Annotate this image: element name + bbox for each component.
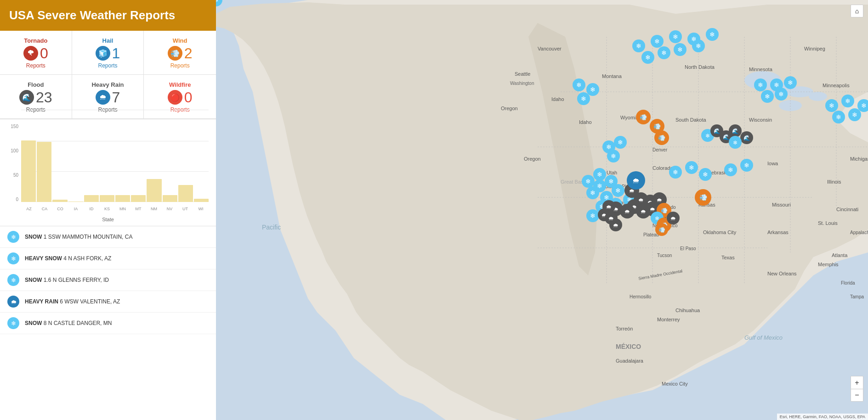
svg-text:Oklahoma City: Oklahoma City: [703, 230, 737, 235]
bar-group-MT[interactable]: [131, 124, 146, 202]
stat-num-heavyrain: 7: [112, 90, 120, 105]
svg-text:🌊: 🌊: [743, 134, 750, 141]
svg-text:❄: ❄: [590, 212, 596, 219]
report-icon-5: ❄: [7, 317, 19, 329]
report-icon-1: ❄: [7, 231, 19, 243]
stat-card-flood[interactable]: Flood 🌊 23 Reports: [0, 75, 72, 119]
stat-icon-wildfire: 🔴: [168, 90, 182, 105]
svg-text:Atlanta: Atlanta: [832, 252, 848, 258]
svg-text:🌧: 🌧: [632, 177, 640, 185]
bar-group-AZ[interactable]: [21, 124, 36, 202]
bar-CA: [37, 142, 51, 202]
map-area: Pacific Vancouver Seattle Washington Ore…: [216, 0, 868, 420]
bar-group-UT[interactable]: [178, 124, 193, 202]
report-icon-2: ❄: [7, 252, 19, 264]
svg-text:Memphis: Memphis: [818, 262, 839, 267]
stat-reports-hail: Reports: [98, 62, 117, 69]
svg-text:❄: ❄: [661, 49, 667, 56]
svg-text:❄: ❄: [689, 164, 694, 171]
bar-group-CO[interactable]: [52, 124, 67, 202]
x-label-MT: MT: [130, 207, 146, 211]
svg-text:New Orleans: New Orleans: [767, 271, 797, 276]
zoom-in-button[interactable]: +: [851, 376, 863, 389]
report-item[interactable]: ❄ HEAVY SNOW 4 N ASH FORK, AZ: [0, 248, 216, 269]
stat-num-hail: 1: [112, 46, 120, 61]
bar-MN: [115, 195, 130, 202]
report-type-4: HEAVY RAIN: [25, 298, 58, 305]
map-home-button[interactable]: ⌂: [851, 5, 863, 17]
reports-list[interactable]: ❄ SNOW 1 SSW MAMMOTH MOUNTAIN, CA ❄ HEAV…: [0, 226, 216, 420]
svg-text:Wisconsin: Wisconsin: [749, 117, 772, 123]
bar-group-IA[interactable]: [68, 124, 83, 202]
svg-text:🌧: 🌧: [608, 215, 614, 222]
report-item[interactable]: ❄ SNOW 1 SSW MAMMOTH MOUNTAIN, CA: [0, 226, 216, 248]
bar-KS: [100, 195, 114, 202]
svg-text:❄: ❄: [765, 93, 770, 100]
svg-text:❄: ❄: [733, 140, 738, 146]
bar-group-WI[interactable]: [194, 124, 209, 202]
report-item[interactable]: ❄ SNOW 1.6 N GLENNS FERRY, ID: [0, 269, 216, 291]
svg-text:Tampa: Tampa: [850, 294, 864, 299]
svg-text:South Dakota: South Dakota: [675, 117, 707, 123]
report-icon-3: ❄: [7, 274, 19, 286]
svg-text:❄: ❄: [788, 79, 793, 86]
svg-text:💨: 💨: [640, 113, 647, 121]
bar-group-ID[interactable]: [84, 124, 99, 202]
stat-card-heavyrain[interactable]: Heavy Rain 🌧 7 Reports: [72, 75, 144, 119]
svg-text:❄: ❄: [590, 86, 596, 93]
x-label-MN: MN: [115, 207, 130, 211]
report-type-5: SNOW: [25, 320, 42, 326]
svg-text:❄: ❄: [636, 42, 641, 50]
svg-text:Idaho: Idaho: [551, 96, 564, 102]
chart-container: 150100500 AZCACOIAIDKSMNMTNMNVUTWI: [7, 124, 209, 216]
svg-text:Mexico City: Mexico City: [662, 381, 688, 386]
svg-text:Gulf of Mexico: Gulf of Mexico: [744, 334, 783, 341]
svg-text:Seattle: Seattle: [515, 71, 530, 77]
bar-group-MN[interactable]: [115, 124, 130, 202]
svg-text:Torreón: Torreón: [616, 326, 633, 331]
chart-state-title: State: [7, 217, 209, 224]
stat-label-flood: Flood: [28, 81, 44, 88]
svg-text:❄: ❄: [654, 38, 660, 45]
zoom-out-button[interactable]: −: [851, 389, 863, 402]
chart-area: 150100500 AZCACOIAIDKSMNMTNMNVUTWI State: [0, 119, 216, 226]
bar-group-CA[interactable]: [37, 124, 51, 202]
y-label-150: 150: [11, 124, 18, 129]
svg-text:❄: ❄: [585, 178, 591, 185]
bar-group-KS[interactable]: [100, 124, 114, 202]
svg-text:Pacific: Pacific: [262, 224, 281, 231]
svg-text:❄: ❄: [673, 33, 678, 40]
stat-card-hail[interactable]: Hail 🧊 1 Reports: [72, 31, 144, 75]
svg-text:Appalachian Mtns: Appalachian Mtns: [850, 230, 868, 235]
report-icon-4: 🌧: [7, 296, 19, 308]
stat-reports-tornado: Reports: [26, 62, 45, 69]
svg-text:North Dakota: North Dakota: [685, 64, 715, 70]
svg-text:Hermosillo: Hermosillo: [630, 294, 652, 299]
bar-group-NV[interactable]: [163, 124, 177, 202]
svg-text:❄: ❄: [845, 97, 851, 105]
svg-text:❄: ❄: [611, 152, 616, 160]
bar-IA: [68, 202, 83, 202]
stat-card-wildfire[interactable]: Wildfire 🔴 0 Reports: [144, 75, 216, 119]
stat-icon-flood: 🌊: [19, 90, 34, 105]
svg-text:🌧: 🌧: [657, 197, 662, 203]
report-item[interactable]: 🌧 HEAVY RAIN 6 WSW VALENTINE, AZ: [0, 291, 216, 313]
svg-text:❄: ❄: [829, 102, 834, 109]
map-attribution: Esri, HERE, Garmin, FAO, NOAA, USGS, EPA: [777, 414, 868, 420]
bar-group-NM[interactable]: [147, 124, 161, 202]
grid-line-150: [21, 110, 209, 110]
svg-text:❄: ❄: [618, 139, 623, 146]
svg-text:Montana: Montana: [602, 73, 622, 79]
svg-text:❄: ❄: [861, 102, 867, 109]
svg-text:❄: ❄: [836, 113, 841, 121]
svg-text:Chihuahua: Chihuahua: [675, 308, 700, 313]
stat-card-tornado[interactable]: Tornado 🌪 0 Reports: [0, 31, 72, 75]
svg-text:Guadalajara: Guadalajara: [616, 358, 644, 364]
report-item[interactable]: ❄ SNOW 8 N CASTLE DANGER, MN: [0, 313, 216, 334]
svg-text:❄: ❄: [758, 81, 763, 89]
chart-y-labels: 150100500: [7, 124, 20, 202]
svg-text:❄: ❄: [852, 111, 857, 118]
bar-WI: [194, 199, 209, 202]
stat-card-wind[interactable]: Wind 💨 2 Reports: [144, 31, 216, 75]
report-type-1: SNOW: [25, 234, 42, 240]
